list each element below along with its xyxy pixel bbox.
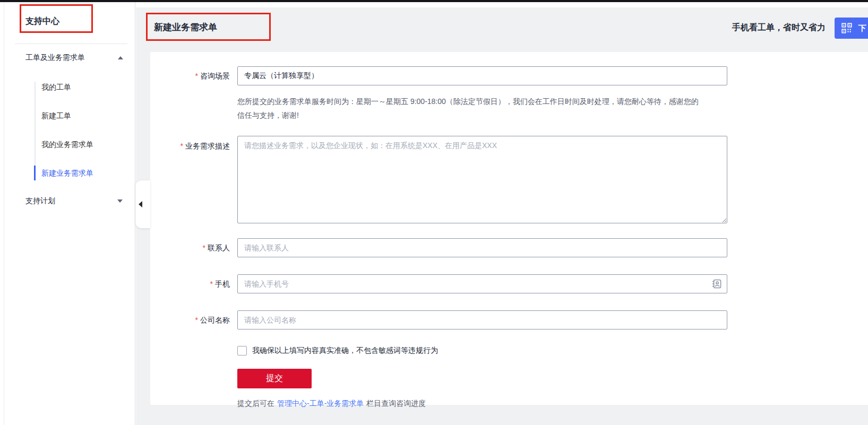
contact-book-icon[interactable] bbox=[711, 279, 722, 289]
sidebar-title: 支持中心 bbox=[25, 15, 59, 28]
footer-note: 提交后可在管理中心-工单-业务需求单栏目查询咨询进度 bbox=[237, 399, 868, 409]
consult-scene-label: *咨询场景 bbox=[150, 66, 230, 85]
chevron-down-icon[interactable] bbox=[117, 200, 123, 203]
sidebar-item-new-ticket[interactable]: 新建工单 bbox=[41, 110, 71, 121]
phone-row: *手机 bbox=[150, 274, 868, 293]
contact-row: *联系人 bbox=[150, 238, 868, 257]
required-asterisk: * bbox=[210, 280, 213, 288]
top-black-bar bbox=[0, 0, 868, 2]
demand-desc-textarea[interactable] bbox=[237, 136, 727, 223]
sidebar-group-support-plan[interactable]: 支持计划 bbox=[25, 194, 55, 207]
page-title: 新建业务需求单 bbox=[154, 21, 217, 34]
required-asterisk: * bbox=[203, 244, 205, 252]
chevron-up-icon[interactable] bbox=[118, 56, 123, 59]
collapse-left-icon bbox=[139, 201, 142, 207]
sidebar-divider bbox=[15, 44, 127, 44]
required-asterisk: * bbox=[195, 316, 198, 324]
contact-input[interactable] bbox=[237, 238, 727, 257]
consult-scene-input[interactable] bbox=[237, 66, 727, 85]
manage-center-link[interactable]: 管理中心-工单-业务需求单 bbox=[277, 399, 364, 407]
sidebar-rail-active-marker bbox=[34, 166, 36, 180]
agreement-checkbox[interactable] bbox=[237, 346, 247, 355]
service-time-note: 您所提交的业务需求单服务时间为：星期一～星期五 9:00-18:00（除法定节假… bbox=[237, 94, 704, 122]
company-input[interactable] bbox=[237, 310, 727, 329]
required-asterisk: * bbox=[195, 72, 198, 80]
qrcode-icon bbox=[841, 23, 852, 33]
phone-input[interactable] bbox=[237, 274, 727, 293]
contact-label: *联系人 bbox=[150, 238, 230, 257]
demand-desc-row: *业务需求描述 bbox=[150, 136, 868, 225]
company-row: *公司名称 bbox=[150, 310, 868, 329]
submit-button[interactable]: 提交 bbox=[237, 369, 312, 388]
sidebar: 支持中心 工单及业务需求单 我的工单 新建工单 我的业务需求单 新建业务需求单 … bbox=[0, 2, 135, 425]
sidebar-rail bbox=[35, 82, 36, 178]
qr-button-label: 下 bbox=[858, 23, 866, 33]
company-label: *公司名称 bbox=[150, 310, 230, 329]
sidebar-item-my-demand-orders[interactable]: 我的业务需求单 bbox=[41, 139, 93, 150]
phone-label: *手机 bbox=[150, 274, 230, 293]
promo-text: 手机看工单，省时又省力 bbox=[732, 22, 826, 33]
sidebar-collapse-handle[interactable] bbox=[135, 180, 150, 228]
agreement-label: 我确保以上填写内容真实准确，不包含敏感词等违规行为 bbox=[252, 346, 438, 355]
consult-scene-row: *咨询场景 bbox=[150, 66, 868, 85]
left-edge-divider bbox=[4, 2, 4, 425]
form-card: *咨询场景 您所提交的业务需求单服务时间为：星期一～星期五 9:00-18:00… bbox=[150, 52, 868, 405]
sidebar-item-new-demand-order[interactable]: 新建业务需求单 bbox=[41, 168, 93, 178]
demand-desc-label: *业务需求描述 bbox=[150, 136, 230, 225]
sidebar-group-tickets[interactable]: 工单及业务需求单 bbox=[25, 51, 85, 64]
agreement-row: 我确保以上填写内容真实准确，不包含敏感词等违规行为 bbox=[237, 346, 868, 355]
demand-order-form: *咨询场景 您所提交的业务需求单服务时间为：星期一～星期五 9:00-18:00… bbox=[150, 52, 868, 409]
sidebar-item-my-tickets[interactable]: 我的工单 bbox=[41, 82, 71, 92]
mobile-app-qr-button[interactable]: 下 bbox=[835, 18, 868, 39]
required-asterisk: * bbox=[181, 142, 183, 150]
